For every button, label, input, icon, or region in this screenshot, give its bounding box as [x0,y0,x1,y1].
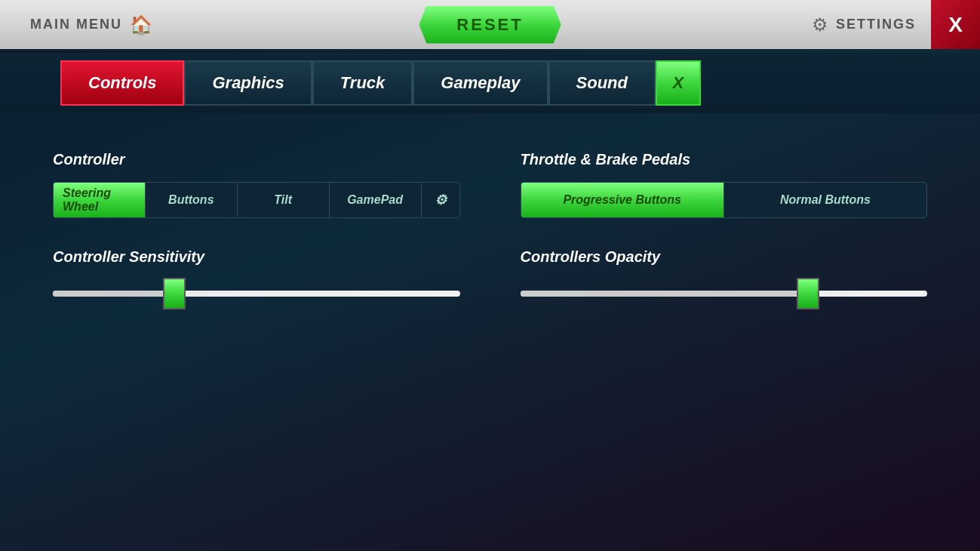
throttle-label: Throttle & Brake Pedals [521,151,928,168]
opacity-section: Controllers Opacity [521,248,928,297]
controller-option-gamepad[interactable]: GamePad [330,183,422,217]
main-content: Controller Steering Wheel Buttons Tilt G… [0,121,980,327]
settings-label: SETTINGS [836,17,916,32]
tab-sound[interactable]: Sound [548,60,656,106]
controller-button-group: Steering Wheel Buttons Tilt GamePad ⚙ [53,182,460,218]
throttle-button-group: Progressive Buttons Normal Buttons [521,182,928,218]
controller-option-steering-wheel[interactable]: Steering Wheel [54,183,146,217]
controller-option-buttons[interactable]: Buttons [146,183,238,217]
controller-section: Controller Steering Wheel Buttons Tilt G… [53,151,460,218]
tab-controls[interactable]: Controls [60,60,184,106]
throttle-section: Throttle & Brake Pedals Progressive Butt… [521,151,928,218]
main-menu-button[interactable]: MAIN MENU 🏠 [15,8,167,42]
top-bar: MAIN MENU 🏠 RESET ⚙ SETTINGS X [0,0,980,49]
sensitivity-slider-track[interactable] [53,291,460,297]
sensitivity-slider-thumb[interactable] [163,278,186,309]
throttle-option-progressive[interactable]: Progressive Buttons [521,183,724,217]
close-icon: X [948,13,963,37]
controller-option-tilt[interactable]: Tilt [238,183,330,217]
reset-button[interactable]: RESET [419,6,561,44]
controller-gear-button[interactable]: ⚙ [422,183,459,217]
opacity-label: Controllers Opacity [521,248,928,266]
home-icon: 🏠 [130,14,152,35]
close-button[interactable]: X [931,0,980,49]
main-menu-label: MAIN MENU [30,17,122,32]
tab-graphics[interactable]: Graphics [184,60,312,106]
tab-truck[interactable]: Truck [312,60,413,106]
gear-icon: ⚙ [812,14,828,35]
sensitivity-slider-fill [53,291,163,297]
tab-gameplay[interactable]: Gameplay [413,60,548,106]
sensitivity-section: Controller Sensitivity [53,248,460,297]
tab-bar: Controls Graphics Truck Gameplay Sound X [0,53,980,113]
sensitivity-label: Controller Sensitivity [53,248,460,266]
tab-x[interactable]: X [656,60,701,106]
opacity-slider-fill [521,291,797,297]
opacity-slider-thumb[interactable] [797,278,819,309]
controller-label: Controller [53,151,460,168]
throttle-option-normal[interactable]: Normal Buttons [724,183,926,217]
settings-button[interactable]: ⚙ SETTINGS [797,8,931,42]
opacity-slider-track[interactable] [521,291,928,297]
gear-settings-icon: ⚙ [435,192,447,208]
